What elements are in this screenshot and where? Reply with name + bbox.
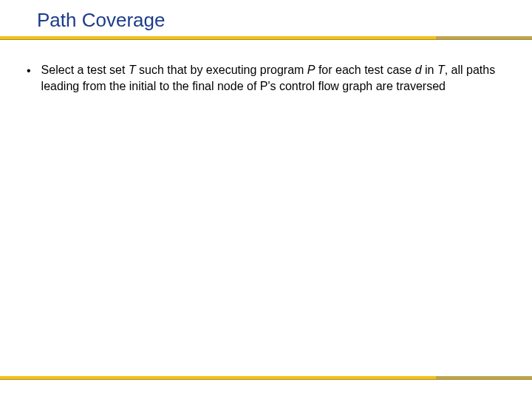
variable-T: T (129, 64, 136, 76)
bullet-text: Select a test set T such that by executi… (41, 62, 502, 94)
text-fragment: for each test case (315, 64, 415, 76)
text-fragment: in (422, 64, 437, 76)
slide-title: Path Coverage (37, 9, 532, 32)
title-region: Path Coverage (0, 0, 532, 35)
variable-T-2: T (437, 64, 445, 76)
footer-underline (0, 376, 532, 380)
variable-P: P (307, 64, 316, 76)
bullet-item: • Select a test set T such that by execu… (27, 62, 502, 94)
content-area: • Select a test set T such that by execu… (0, 40, 532, 94)
variable-d: d (415, 64, 422, 76)
bullet-marker-icon: • (27, 63, 31, 79)
text-fragment: such that by executing program (136, 64, 307, 76)
text-fragment: Select a test set (41, 64, 129, 76)
